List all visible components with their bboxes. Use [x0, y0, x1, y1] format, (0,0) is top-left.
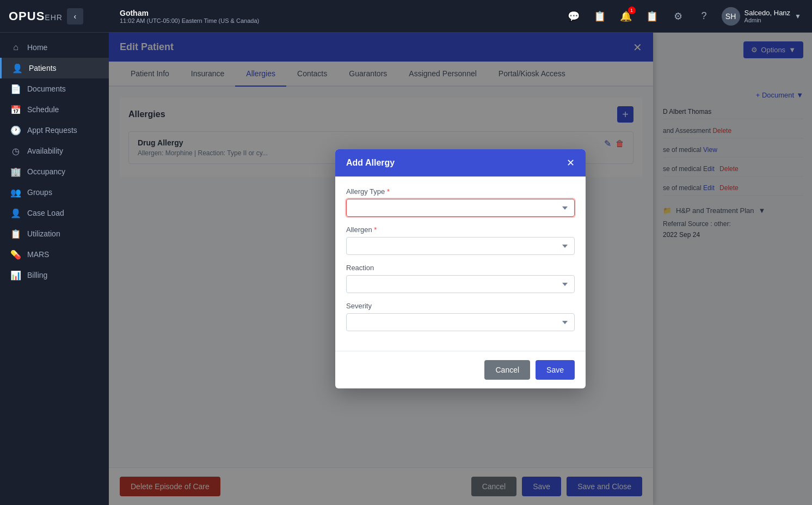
patients-icon: 👤	[13, 63, 22, 73]
sidebar-item-label: Schedule	[27, 105, 59, 114]
home-icon: ⌂	[11, 42, 21, 52]
sidebar-item-label: Groups	[27, 188, 52, 197]
topbar: Gotham 11:02 AM (UTC-05:00) Eastern Time…	[109, 0, 812, 33]
user-name: Salcedo, Hanz	[745, 9, 791, 17]
chat-button[interactable]: 💬	[565, 8, 582, 25]
clipboard-button[interactable]: 📋	[643, 8, 661, 25]
reaction-select[interactable]	[346, 275, 575, 293]
sidebar-item-label: MARS	[27, 250, 49, 259]
dialog-title: Add Allergy	[346, 158, 395, 168]
user-role: Admin	[745, 17, 791, 23]
schedule-icon: 📅	[11, 105, 21, 114]
sidebar-item-label: Availability	[27, 147, 63, 155]
sidebar-logo: OPUSEHR ‹	[0, 0, 109, 33]
allergen-select[interactable]	[346, 237, 575, 255]
help-button[interactable]: ?	[696, 8, 713, 25]
billing-icon: 📊	[11, 270, 21, 280]
reaction-field: Reaction	[346, 264, 575, 293]
logo-text: OPUSEHR	[9, 9, 63, 23]
required-marker: *	[374, 226, 377, 234]
sidebar-item-label: Documents	[27, 84, 66, 93]
sidebar-item-label: Billing	[27, 271, 47, 279]
sidebar-item-mars[interactable]: 💊 MARS	[0, 244, 109, 265]
sidebar-item-utilization[interactable]: 📋 Utilization	[0, 223, 109, 244]
utilization-icon: 📋	[11, 229, 21, 239]
sidebar-item-schedule[interactable]: 📅 Schedule	[0, 99, 109, 120]
allergen-field: Allergen *	[346, 226, 575, 255]
back-button[interactable]: ‹	[67, 8, 83, 25]
appt-requests-icon: 🕐	[11, 125, 21, 135]
settings-button[interactable]: ⚙	[669, 8, 687, 25]
user-avatar: SH	[722, 7, 740, 26]
reaction-label: Reaction	[346, 264, 575, 272]
severity-label: Severity	[346, 302, 575, 310]
sidebar-item-billing[interactable]: 📊 Billing	[0, 265, 109, 285]
sidebar-item-home[interactable]: ⌂ Home	[0, 37, 109, 58]
add-allergy-overlay: Add Allergy ✕ Allergy Type * Drug Allerg…	[109, 33, 812, 505]
sidebar-item-documents[interactable]: 📄 Documents	[0, 78, 109, 99]
sidebar-item-appt-requests[interactable]: 🕐 Appt Requests	[0, 120, 109, 141]
dialog-header: Add Allergy ✕	[335, 149, 586, 177]
topbar-icons: 💬 📋 🔔 1 📋 ⚙ ? SH Salcedo, Hanz Admin ▼	[565, 7, 801, 26]
sidebar-item-label: Appt Requests	[27, 126, 77, 135]
sidebar-nav: ⌂ Home 👤 Patients 📄 Documents 📅 Schedule…	[0, 33, 109, 505]
severity-field: Severity	[346, 302, 575, 331]
location-city: Gotham	[120, 9, 558, 17]
allergen-label: Allergen *	[346, 226, 575, 234]
sidebar-item-case-load[interactable]: 👤 Case Load	[0, 203, 109, 223]
main-content: ⚙ Options ▼ + Document ▼ D Albert Thomas…	[109, 33, 812, 505]
add-allergy-dialog: Add Allergy ✕ Allergy Type * Drug Allerg…	[335, 149, 586, 388]
dialog-body: Allergy Type * Drug Allergy Food Allergy…	[335, 177, 586, 351]
dialog-cancel-button[interactable]: Cancel	[484, 360, 530, 380]
notifications-button[interactable]: 🔔 1	[617, 8, 635, 25]
tasks-button[interactable]: 📋	[591, 8, 608, 25]
severity-select[interactable]	[346, 313, 575, 331]
mars-icon: 💊	[11, 250, 21, 259]
allergy-type-field: Allergy Type * Drug Allergy Food Allergy…	[346, 187, 575, 217]
sidebar-item-groups[interactable]: 👥 Groups	[0, 182, 109, 203]
allergy-type-label: Allergy Type *	[346, 187, 575, 196]
required-marker: *	[387, 187, 390, 196]
occupancy-icon: 🏢	[11, 167, 21, 177]
sidebar-item-label: Occupancy	[27, 167, 65, 176]
availability-icon: ◷	[11, 146, 21, 156]
sidebar-item-label: Case Load	[27, 209, 64, 217]
documents-icon: 📄	[11, 84, 21, 94]
sidebar-item-label: Utilization	[27, 229, 60, 238]
sidebar-item-label: Patients	[29, 64, 57, 72]
allergy-type-select[interactable]: Drug Allergy Food Allergy Environmental …	[346, 199, 575, 217]
user-dropdown-icon: ▼	[795, 13, 801, 20]
topbar-location: Gotham 11:02 AM (UTC-05:00) Eastern Time…	[120, 9, 558, 24]
groups-icon: 👥	[11, 187, 21, 197]
location-time: 11:02 AM (UTC-05:00) Eastern Time (US & …	[120, 17, 558, 24]
case-load-icon: 👤	[11, 208, 21, 218]
sidebar-item-occupancy[interactable]: 🏢 Occupancy	[0, 161, 109, 182]
sidebar-item-label: Home	[27, 43, 47, 52]
user-info[interactable]: SH Salcedo, Hanz Admin ▼	[722, 7, 801, 26]
sidebar: OPUSEHR ‹ ⌂ Home 👤 Patients 📄 Documents …	[0, 0, 109, 505]
dialog-footer: Cancel Save	[335, 351, 586, 388]
dialog-save-button[interactable]: Save	[536, 360, 575, 380]
sidebar-item-availability[interactable]: ◷ Availability	[0, 141, 109, 161]
dialog-close-button[interactable]: ✕	[567, 157, 575, 169]
sidebar-item-patients[interactable]: 👤 Patients	[0, 58, 109, 78]
notification-badge: 1	[628, 7, 636, 14]
